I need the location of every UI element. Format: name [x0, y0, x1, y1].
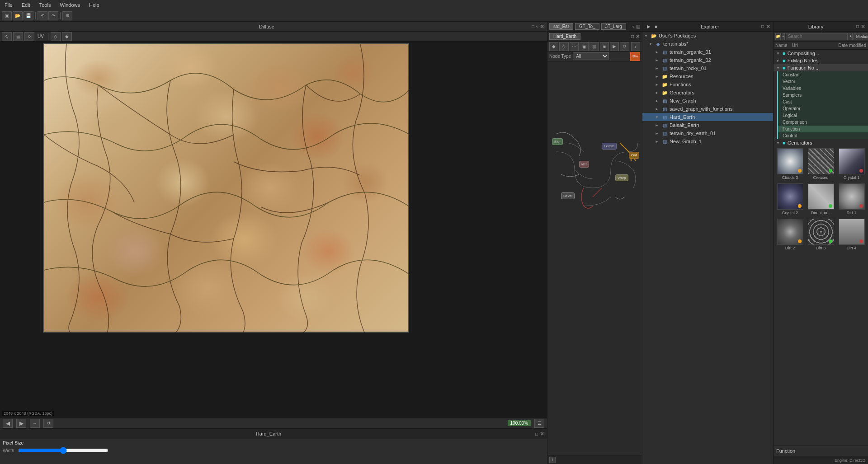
lib-cat-generators[interactable]: ▼ ■ Generators — [774, 139, 868, 146]
library-folder-btn[interactable]: 📁 — [775, 33, 781, 40]
thumb-direction[interactable]: Direction... — [806, 183, 835, 215]
thumb-dirt4[interactable]: Dirt 4 — [837, 219, 866, 250]
node-box-5[interactable]: Bevel — [561, 192, 575, 199]
node-box-2[interactable]: Mix — [579, 161, 589, 168]
toolbar-settings[interactable]: ⚙ — [62, 11, 72, 20]
explorer-item-rocky01[interactable]: ► ▨ terrain_rocky_01 — [642, 64, 773, 72]
node-toolbar-btn7[interactable]: ▶ — [610, 42, 619, 51]
lib-sub-cast[interactable]: Cast — [778, 98, 868, 105]
width-slider[interactable] — [18, 447, 108, 454]
node-grid-btn[interactable]: ▨ — [636, 24, 640, 29]
node-box-1[interactable]: Blur — [552, 138, 563, 145]
zoom-level[interactable]: 100.00% — [508, 420, 531, 426]
diffuse-minimize-btn[interactable]: □ — [532, 24, 534, 29]
menu-edit[interactable]: Edit — [20, 1, 32, 9]
node-expand-btn[interactable]: ◃ — [632, 24, 634, 29]
diffuse-dock-btn[interactable]: ⍀ — [535, 24, 538, 29]
explorer-item-hard-earth[interactable]: ▼ ▨ Hard_Earth — [642, 113, 773, 121]
vs-btn-reset[interactable]: ↺ — [43, 419, 53, 428]
node-toolbar-btn2[interactable]: ◇ — [559, 42, 568, 51]
node-toolbar-refresh[interactable]: ↻ — [620, 42, 629, 51]
diffuse-close-btn[interactable]: ✕ — [540, 23, 544, 30]
explorer-item-resources[interactable]: ► 📁 Resources — [642, 72, 773, 80]
node-toolbar-btn6[interactable]: ■ — [600, 42, 609, 51]
library-min-btn[interactable]: □ — [856, 24, 859, 29]
node-toolbar-btn5[interactable]: ▧ — [590, 42, 599, 51]
lib-sub-logical[interactable]: Logical — [778, 112, 868, 119]
lib-sub-samplers[interactable]: Samplers — [778, 92, 868, 98]
library-star-btn[interactable]: ★ — [849, 33, 853, 40]
thumb-clouds3[interactable]: Clouds 3 — [775, 148, 805, 180]
explorer-min-btn[interactable]: □ — [761, 24, 764, 29]
vs-btn-fit[interactable]: ↔ — [30, 419, 40, 428]
toolbar-new[interactable]: ▣ — [2, 11, 12, 20]
explorer-item-saved-graph[interactable]: ► ▨ saved_graph_with_functions — [642, 105, 773, 113]
lib-cat-compositing[interactable]: ▼ ■ Compositing ... — [774, 50, 868, 57]
vp-btn-extra1[interactable]: ◇ — [51, 32, 61, 41]
vs-btn-zoom-in[interactable]: ▶ — [16, 419, 26, 428]
node-tab-gt[interactable]: GT_To_ — [575, 23, 599, 30]
explorer-item-functions[interactable]: ► 📁 Functions — [642, 80, 773, 89]
toolbar-undo[interactable]: ↶ — [38, 11, 47, 20]
thumb-creased[interactable]: Creased — [806, 148, 835, 180]
node-toolbar-btn3[interactable]: ⋯ — [570, 42, 579, 51]
library-add-btn[interactable]: + — [782, 33, 785, 40]
menu-windows[interactable]: Windows — [58, 1, 82, 9]
library-view-select[interactable]: Medium Icon Small Icon List — [854, 33, 868, 40]
lib-sub-function[interactable]: Function — [778, 126, 868, 132]
menu-file[interactable]: File — [3, 1, 14, 9]
explorer-item-balsalt[interactable]: ► ▨ Balsalt_Earth — [642, 121, 773, 129]
explorer-item-organic02[interactable]: ► ▨ terrain_organic_02 — [642, 56, 773, 64]
vs-btn-menu[interactable]: ☰ — [534, 419, 544, 428]
node-active-tab[interactable]: Hard_Earth — [549, 33, 580, 40]
node-type-select[interactable]: All Compositing FxMap Function — [573, 52, 609, 60]
explorer-btn-1[interactable]: ▶ — [645, 23, 652, 30]
node-box-3[interactable]: Levels — [602, 143, 617, 150]
thumb-dirt2[interactable]: Dirt 2 — [775, 219, 805, 250]
vs-btn-zoom-out[interactable]: ◀ — [3, 419, 13, 428]
bottom-close-btn[interactable]: ✕ — [540, 431, 544, 437]
node-toolbar-btn1[interactable]: ◆ — [549, 42, 558, 51]
explorer-item-dry-earth[interactable]: ► ▨ terrain_dry_earth_01 — [642, 129, 773, 137]
explorer-item-generators[interactable]: ► 📁 Generators — [642, 89, 773, 97]
explorer-btn-2[interactable]: ■ — [652, 23, 660, 30]
node-tab-srd[interactable]: srd_Ear — [549, 23, 573, 30]
menu-help[interactable]: Help — [87, 1, 101, 9]
node-viewport[interactable]: Blur Mix Levels Warp Bevel Out — [547, 61, 642, 455]
lib-cat-fxmap[interactable]: ► ■ FxMap Nodes — [774, 57, 868, 64]
menu-tools[interactable]: Tools — [38, 1, 53, 9]
node-panel-min[interactable]: □ — [631, 34, 634, 39]
node-box-output[interactable]: Out — [629, 152, 639, 159]
node-info-btn[interactable]: i — [549, 457, 556, 463]
node-toolbar-btn4[interactable]: ▣ — [580, 42, 589, 51]
lib-sub-vector[interactable]: Vector — [778, 78, 868, 85]
lib-sub-constant[interactable]: Constant — [778, 71, 868, 78]
node-tab-3t[interactable]: 3T_Larg — [601, 23, 626, 30]
lib-sub-comparison[interactable]: Comparison — [778, 119, 868, 126]
explorer-close-btn[interactable]: ✕ — [766, 23, 770, 30]
node-panel-close[interactable]: ✕ — [636, 33, 640, 40]
explorer-item-terrain-sbs[interactable]: ▼ ◆ terrain.sbs* — [642, 40, 773, 48]
toolbar-open[interactable]: 📂 — [13, 11, 23, 20]
library-close-btn[interactable]: ✕ — [861, 23, 865, 30]
lib-cat-function-nodes[interactable]: ▼ ■ Function No... — [774, 64, 868, 71]
thumb-dirt3[interactable]: Dirt 3 — [806, 219, 835, 250]
toolbar-save[interactable]: 💾 — [24, 11, 33, 20]
thumb-crystal1[interactable]: Crystal 1 — [837, 148, 866, 180]
explorer-item-organic01[interactable]: ► ▨ terrain_organic_01 — [642, 48, 773, 56]
node-toolbar-info[interactable]: i — [631, 42, 640, 51]
bottom-minimize-btn[interactable]: □ — [535, 431, 538, 436]
node-filter-btn[interactable]: Bm — [630, 52, 640, 61]
thumb-dirt1[interactable]: Dirt 1 — [837, 183, 866, 215]
vp-btn-rotate[interactable]: ↻ — [2, 32, 12, 41]
vp-btn-extra2[interactable]: ◆ — [62, 32, 72, 41]
explorer-packages-header[interactable]: ▼ 📂 User's Packages — [642, 32, 773, 40]
explorer-item-new-graph[interactable]: ► ▨ New_Graph — [642, 97, 773, 105]
toolbar-redo[interactable]: ↷ — [48, 11, 58, 20]
vp-btn-grid[interactable]: ▤ — [13, 32, 23, 41]
lib-sub-operator[interactable]: Operator — [778, 105, 868, 112]
node-box-4[interactable]: Warp — [615, 174, 628, 181]
thumb-crystal2[interactable]: Crystal 2 — [775, 183, 805, 215]
library-search-input[interactable] — [786, 33, 848, 40]
lib-sub-variables[interactable]: Variables — [778, 85, 868, 92]
